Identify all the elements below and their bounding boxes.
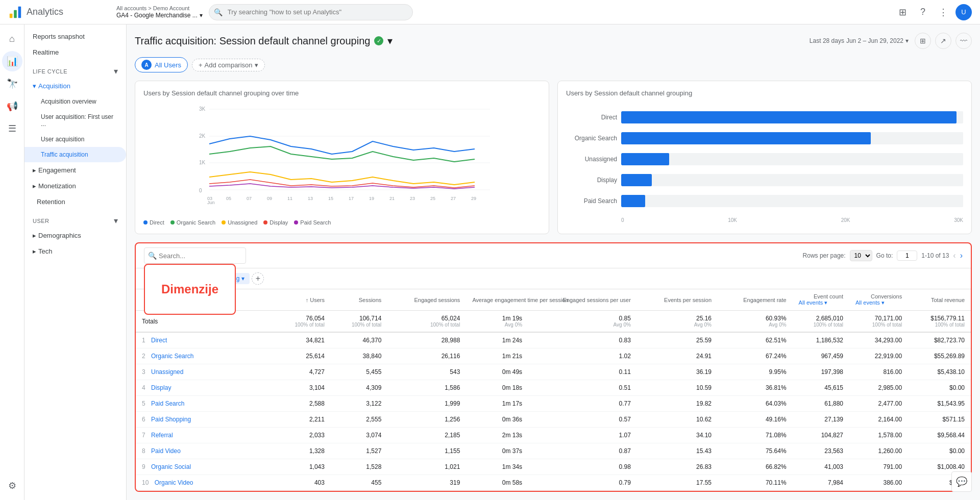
sidebar-item-engagement[interactable]: ▸ Engagement	[24, 162, 126, 178]
channel-link[interactable]: Direct	[151, 337, 167, 344]
table-search-input[interactable]	[144, 247, 246, 264]
cell-engaged: 1,999	[387, 396, 466, 412]
sidebar-item-tech[interactable]: ▸ Tech	[24, 243, 126, 259]
channel-link[interactable]: Organic Video	[155, 479, 193, 486]
line-chart-svg: 3K 2K 1K 0	[143, 103, 541, 205]
all-users-chip[interactable]: A All Users	[135, 57, 188, 72]
channel-link[interactable]: Organic Social	[151, 463, 191, 470]
cell-eng-per-user: 1.07	[528, 428, 637, 443]
channel-link[interactable]: Paid Shopping	[151, 416, 191, 423]
user-collapse-icon[interactable]: ▾	[114, 216, 118, 226]
lifecycle-collapse-icon[interactable]: ▾	[114, 66, 118, 76]
col-header-event-count[interactable]: Event countAll events ▾	[793, 289, 849, 311]
sidebar-item-realtime[interactable]: Realtime	[24, 44, 126, 60]
bookmark-btn[interactable]: ⊞	[915, 33, 931, 49]
cell-users: 4,727	[274, 364, 331, 380]
prev-page-btn[interactable]: ‹	[953, 251, 955, 260]
cell-conversions: 2,164.00	[849, 412, 908, 428]
sidebar-item-user-acquisition-first[interactable]: User acquisition: First user ...	[24, 109, 126, 132]
explore-icon-btn[interactable]: 🔭	[2, 73, 22, 94]
search-wrapper: 🔍	[209, 4, 413, 20]
list-icon-btn[interactable]: ☰	[2, 118, 22, 139]
page-header: Traffic acquisition: Session default cha…	[135, 33, 972, 49]
sidebar-item-acquisition[interactable]: ▾ Acquisition	[24, 78, 126, 94]
chevron-down-icon[interactable]: ▾	[387, 35, 393, 47]
col-header-conversions[interactable]: ConversionsAll events ▾	[849, 289, 908, 311]
dimension-header: Session default channel grouping ▾ +	[136, 268, 971, 289]
totals-users: 76,054 100% of total	[274, 311, 331, 333]
sidebar-item-reports-snapshot[interactable]: Reports snapshot	[24, 29, 126, 44]
settings-icon-btn[interactable]: ⚙	[2, 476, 22, 496]
sidebar-item-traffic-acquisition[interactable]: Traffic acquisition	[24, 147, 126, 162]
search-input[interactable]	[209, 4, 413, 20]
topbar: Analytics All accounts > Demo Account GA…	[0, 0, 980, 24]
sidebar-item-monetization[interactable]: ▸ Monetization	[24, 178, 126, 194]
chart-legend: Direct Organic Search Unassigned Display…	[143, 219, 541, 226]
channel-link[interactable]: Paid Search	[151, 400, 184, 407]
totals-avg-eng: 1m 19s Avg 0%	[466, 311, 528, 333]
user-section: User ▾	[24, 210, 126, 228]
pulse-btn[interactable]: 〰	[955, 33, 972, 49]
cell-eng-per-user: 0.57	[528, 412, 637, 428]
dimension-add-btn[interactable]: +	[252, 272, 264, 285]
bar-track-paid-search	[621, 195, 963, 207]
svg-text:13: 13	[308, 196, 313, 201]
totals-revenue: $156,779.11 100% of total	[908, 311, 971, 333]
table-scroll: ↑ Users Sessions Engaged sessions Averag…	[136, 289, 971, 491]
more-icon[interactable]: ⋮	[935, 4, 951, 20]
cell-event-count: 1,186,532	[793, 332, 849, 348]
channel-link[interactable]: Unassigned	[151, 368, 183, 376]
sidebar-item-acquisition-overview[interactable]: Acquisition overview	[24, 94, 126, 109]
help-icon[interactable]: ?	[915, 4, 931, 20]
bar-track-organic	[621, 132, 963, 144]
legend-dot-unassigned	[222, 220, 226, 224]
channel-link[interactable]: Organic Search	[151, 353, 193, 360]
col-header-users[interactable]: ↑ Users	[274, 289, 331, 311]
col-header-eng-per-user[interactable]: Engaged sessions per user	[528, 289, 637, 311]
col-header-eng-rate[interactable]: Engagement rate	[718, 289, 793, 311]
cell-sessions: 1,527	[331, 443, 387, 459]
table-header-row: ↑ Users Sessions Engaged sessions Averag…	[136, 289, 971, 311]
sidebar-item-user-acquisition[interactable]: User acquisition	[24, 132, 126, 147]
date-range[interactable]: Last 28 days Jun 2 – Jun 29, 2022 ▾	[810, 37, 909, 44]
property-selector[interactable]: GA4 - Google Merchandise ... ▾	[116, 12, 203, 19]
legend-dot-display	[263, 220, 267, 224]
cell-avg-eng: 0m 58s	[466, 475, 528, 491]
table-toolbar: 🔍 Rows per page: 10 25 50 Go to: 1-10 of…	[136, 243, 971, 268]
apps-icon[interactable]: ⊞	[894, 4, 911, 20]
channel-link[interactable]: Display	[151, 384, 171, 391]
status-badge	[374, 36, 383, 45]
svg-text:3K: 3K	[199, 106, 206, 112]
legend-unassigned: Unassigned	[222, 219, 257, 226]
next-page-btn[interactable]: ›	[960, 251, 963, 260]
cell-channel: 3 Unassigned	[136, 364, 274, 380]
cell-avg-eng: 2m 13s	[466, 428, 528, 443]
cell-conversions: 1,578.00	[849, 428, 908, 443]
cell-eng-rate: 64.03%	[718, 396, 793, 412]
svg-text:19: 19	[369, 196, 374, 201]
sidebar-item-demographics[interactable]: ▸ Demographics	[24, 228, 126, 243]
col-header-revenue[interactable]: Total revenue	[908, 289, 971, 311]
avatar[interactable]: U	[955, 4, 972, 20]
col-header-engaged[interactable]: Engaged sessions	[387, 289, 466, 311]
svg-text:1K: 1K	[199, 160, 206, 165]
event-count-filter-btn[interactable]: All events ▾	[799, 299, 828, 306]
chat-btn[interactable]: 💬	[951, 471, 972, 492]
col-header-sessions[interactable]: Sessions	[331, 289, 387, 311]
reports-icon-btn[interactable]: 📊	[2, 51, 22, 71]
advertising-icon-btn[interactable]: 📢	[2, 96, 22, 116]
col-header-events-per-sess[interactable]: Events per session	[637, 289, 718, 311]
sidebar-item-retention[interactable]: Retention	[24, 194, 126, 210]
conversions-filter-btn[interactable]: All events ▾	[855, 299, 885, 306]
channel-link[interactable]: Referral	[151, 432, 173, 439]
add-comparison-btn[interactable]: + Add comparison ▾	[192, 59, 265, 71]
share-btn[interactable]: ↗	[935, 33, 951, 49]
cell-users: 2,211	[274, 412, 331, 428]
rows-per-page-select[interactable]: 10 25 50	[850, 250, 872, 261]
goto-page-input[interactable]	[897, 251, 917, 261]
bar-row-direct: Direct	[566, 111, 963, 123]
col-header-avg-eng[interactable]: Average engagement time per session	[466, 289, 528, 311]
channel-link[interactable]: Paid Video	[151, 447, 181, 455]
cell-engaged: 1,256	[387, 412, 466, 428]
home-icon-btn[interactable]: ⌂	[2, 29, 22, 49]
